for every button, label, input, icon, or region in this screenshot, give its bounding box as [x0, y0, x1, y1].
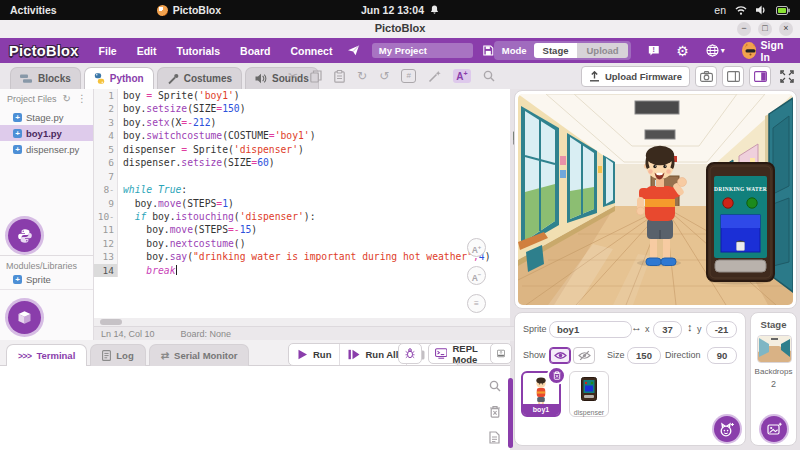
code-line[interactable]: 13 boy.say("drinking water is important …	[94, 250, 510, 263]
hide-sprite-button[interactable]	[573, 347, 595, 364]
code-line[interactable]: 3boy.setx(X=-212)	[94, 116, 510, 129]
kebab-menu-icon[interactable]: ⋮	[74, 93, 90, 104]
line-number-toggle-icon[interactable]: #	[401, 69, 416, 83]
clear-trash-icon[interactable]	[489, 405, 501, 418]
scrollbar-thumb[interactable]	[100, 319, 122, 325]
add-module-button[interactable]	[8, 301, 41, 334]
battery-icon	[776, 6, 790, 15]
terminal-output[interactable]	[0, 365, 510, 450]
share-plane-icon[interactable]	[348, 44, 359, 57]
menu-item-tutorials[interactable]: Tutorials	[167, 45, 231, 57]
terminal-tab-log[interactable]: Log	[90, 344, 145, 366]
code-line[interactable]: 12 boy.nextcostume()	[94, 237, 510, 250]
code-line[interactable]: 14 break	[94, 264, 510, 277]
expand-terminal-button[interactable]	[490, 343, 512, 364]
show-sprite-button[interactable]	[549, 347, 571, 364]
terminal-tab-serial-monitor[interactable]: ⇄Serial Monitor	[149, 344, 250, 366]
paste-icon[interactable]	[334, 70, 345, 83]
add-sprite-button[interactable]	[714, 416, 740, 442]
font-increase-button[interactable]: A+	[467, 238, 486, 257]
camera-button[interactable]	[695, 66, 717, 87]
menu-item-edit[interactable]: Edit	[127, 45, 167, 57]
fullscreen-icon[interactable]	[780, 70, 794, 83]
tab-costumes[interactable]: Costumes	[157, 67, 242, 89]
tab-python[interactable]: Python	[84, 67, 154, 89]
upload-firmware-button[interactable]: Upload Firmware	[581, 66, 690, 87]
close-button[interactable]: ×	[779, 22, 793, 36]
sprite-thumbnail-dispenser[interactable]: dispenser	[569, 371, 609, 417]
size-input[interactable]: 150	[627, 347, 661, 364]
stage-view[interactable]: DRINKING WATER	[514, 90, 797, 309]
redo-icon[interactable]: ↻	[357, 70, 367, 82]
sprite-thumbnail-boy1[interactable]: boy1	[521, 371, 561, 417]
copy-output-icon[interactable]	[489, 431, 500, 444]
code-line[interactable]: 6dispenser.setsize(SIZE=60)	[94, 156, 510, 169]
refresh-icon[interactable]: ↻	[60, 93, 74, 104]
direction-input[interactable]: 90	[707, 347, 737, 364]
font-decrease-button[interactable]: A−	[467, 266, 486, 285]
add-python-file-button[interactable]	[8, 219, 41, 252]
minimize-button[interactable]: −	[737, 22, 751, 36]
sign-in-button[interactable]: Sign In	[742, 39, 789, 63]
menu-item-file[interactable]: File	[89, 45, 127, 57]
stage-selector-panel[interactable]: Stage Backdrops 2	[750, 312, 797, 446]
code-line[interactable]: 11 boy.move(STEPS=-15)	[94, 223, 510, 236]
clock-label: Jun 12 13:04	[361, 4, 424, 16]
project-file-Stage.py[interactable]: +Stage.py	[0, 109, 93, 125]
x-position-input[interactable]: 37	[653, 321, 682, 338]
code-line[interactable]: 7	[94, 170, 510, 183]
code-line[interactable]: 8-while True:	[94, 183, 510, 196]
backdrop-thumbnail[interactable]	[757, 335, 792, 363]
editor-hscrollbar[interactable]	[94, 318, 510, 326]
code-line[interactable]: 2boy.setsize(SIZE=150)	[94, 102, 510, 115]
search-icon[interactable]	[483, 70, 495, 82]
terminal-tabs: >>>TerminalLog⇄Serial Monitor	[6, 344, 252, 366]
language-globe-menu[interactable]: ▾	[706, 44, 725, 57]
terminal-search-icon[interactable]	[489, 380, 501, 392]
maximize-button[interactable]: □	[758, 22, 772, 36]
mode-upload-option[interactable]: Upload	[577, 43, 627, 58]
mode-stage-option[interactable]: Stage	[534, 43, 578, 58]
system-tray[interactable]: en	[714, 4, 790, 16]
feedback-alert-icon[interactable]: !	[648, 44, 660, 57]
format-wand-icon[interactable]	[428, 70, 441, 83]
module-sprite[interactable]: +Sprite	[0, 271, 93, 287]
project-file-dispenser.py[interactable]: +dispenser.py	[0, 141, 93, 157]
code-line[interactable]: 1boy = Sprite('boy1')	[94, 89, 510, 102]
terminal-tab-terminal[interactable]: >>>Terminal	[6, 344, 87, 366]
copy-icon[interactable]	[310, 70, 322, 83]
dispenser-sprite[interactable]: DRINKING WATER	[707, 163, 774, 285]
clock[interactable]: Jun 12 13:04	[361, 4, 439, 16]
repl-icon	[435, 348, 447, 359]
delete-sprite-badge[interactable]	[547, 366, 566, 385]
code-line[interactable]: 9 boy.move(STEPS=1)	[94, 197, 510, 210]
debug-button[interactable]	[398, 343, 422, 364]
code-editor[interactable]: 1boy = Sprite('boy1')2boy.setsize(SIZE=1…	[94, 89, 510, 318]
app-menu[interactable]: PictoBlox	[157, 4, 221, 16]
line-number: 6	[94, 156, 118, 169]
window-titlebar: PictoBlox − □ ×	[0, 20, 800, 39]
menu-item-board[interactable]: Board	[230, 45, 280, 57]
cut-icon[interactable]: ✂	[288, 70, 298, 82]
settings-gear-icon[interactable]: ⚙	[676, 44, 689, 58]
code-line[interactable]: 10- if boy.istouching('dispenser'):	[94, 210, 510, 223]
menu-item-connect[interactable]: Connect	[280, 45, 342, 57]
tab-blocks[interactable]: Blocks	[10, 67, 81, 89]
undo-icon[interactable]: ↺	[379, 70, 389, 82]
font-size-icon[interactable]: A+	[453, 69, 470, 83]
layout-stage-right-button[interactable]	[749, 66, 771, 87]
save-icon[interactable]	[483, 44, 494, 57]
run-button[interactable]: Run	[289, 344, 340, 365]
line-number: 13	[94, 250, 118, 263]
project-file-boy1.py[interactable]: +boy1.py	[0, 125, 93, 141]
y-position-input[interactable]: -21	[706, 321, 737, 338]
panel-resize-handle[interactable]	[508, 378, 513, 448]
code-line[interactable]: 5dispenser = Sprite('dispenser')	[94, 143, 510, 156]
add-backdrop-button[interactable]	[761, 416, 787, 442]
editor-menu-button[interactable]: ≡	[467, 294, 486, 313]
code-line[interactable]: 4boy.switchcostume(COSTUME='boy1')	[94, 129, 510, 142]
activities-button[interactable]: Activities	[10, 4, 57, 16]
project-name-input[interactable]: My Project	[372, 43, 473, 58]
sprite-name-input[interactable]: boy1	[549, 321, 632, 338]
layout-split-button[interactable]	[722, 66, 744, 87]
